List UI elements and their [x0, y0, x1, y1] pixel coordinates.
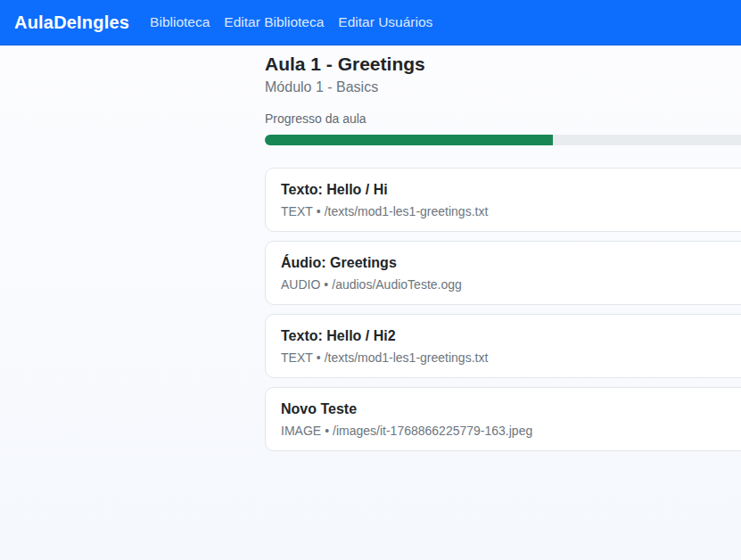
top-navbar: AulaDeIngles Biblioteca Editar Bibliotec… [0, 0, 741, 45]
lesson-item-card[interactable]: Texto: Hello / Hi2 TEXT•/texts/mod1-les1… [265, 314, 741, 378]
lesson-item-list: Texto: Hello / Hi TEXT•/texts/mod1-les1-… [265, 168, 741, 451]
meta-separator: • [320, 277, 332, 292]
progress-fill [265, 135, 553, 145]
item-path: /texts/mod1-les1-greetings.txt [325, 350, 489, 365]
item-title: Texto: Hello / Hi2 [281, 327, 741, 344]
item-meta: AUDIO•/audios/AudioTeste.ogg [281, 277, 741, 292]
item-path: /images/it-1768866225779-163.jpeg [333, 424, 532, 438]
page-title: Aula 1 - Greetings [265, 51, 741, 78]
progress-label: Progresso da aula [265, 112, 741, 126]
meta-separator: • [321, 424, 333, 438]
nav-item-biblioteca[interactable]: Biblioteca [143, 7, 217, 37]
module-subtitle: Módulo 1 - Basics [265, 79, 741, 95]
item-type: TEXT [281, 204, 313, 218]
item-meta: TEXT•/texts/mod1-les1-greetings.txt [281, 350, 741, 365]
nav-item-editar-usuarios[interactable]: Editar Usuários [331, 7, 440, 37]
item-type: AUDIO [281, 277, 320, 292]
item-title: Novo Teste [281, 400, 741, 417]
meta-separator: • [313, 350, 325, 365]
item-path: /audios/AudioTeste.ogg [332, 277, 462, 292]
lesson-page: Aula 1 - Greetings Módulo 1 - Basics Pro… [265, 51, 741, 451]
item-type: IMAGE [281, 424, 321, 438]
nav-item-editar-biblioteca[interactable]: Editar Biblioteca [217, 7, 331, 37]
lesson-item-card[interactable]: Áudio: Greetings AUDIO•/audios/AudioTest… [265, 241, 741, 305]
item-title: Áudio: Greetings [281, 254, 741, 271]
brand-link[interactable]: AulaDeIngles [14, 12, 129, 33]
item-path: /texts/mod1-les1-greetings.txt [325, 204, 489, 218]
item-meta: IMAGE•/images/it-1768866225779-163.jpeg [281, 424, 741, 438]
lesson-progress-bar [265, 135, 741, 145]
item-title: Texto: Hello / Hi [281, 181, 741, 198]
lesson-item-card[interactable]: Texto: Hello / Hi TEXT•/texts/mod1-les1-… [265, 168, 741, 232]
item-meta: TEXT•/texts/mod1-les1-greetings.txt [281, 204, 741, 218]
item-type: TEXT [281, 350, 313, 365]
lesson-item-card[interactable]: Novo Teste IMAGE•/images/it-176886622577… [265, 387, 741, 451]
meta-separator: • [313, 204, 325, 218]
